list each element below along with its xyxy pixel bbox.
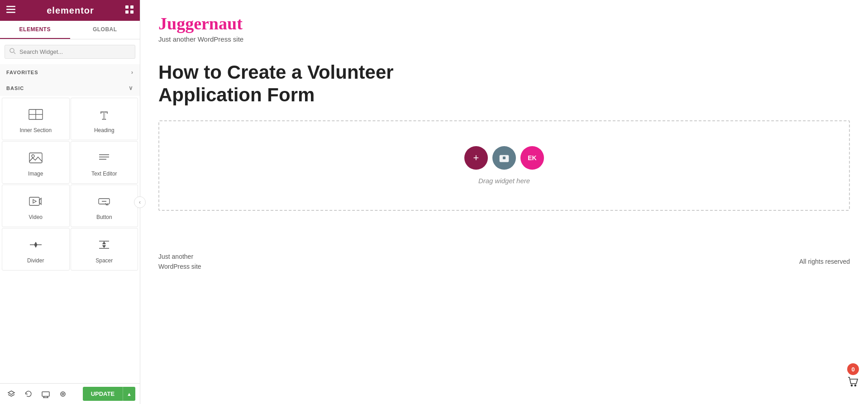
folder-button[interactable] bbox=[492, 146, 516, 170]
widget-inner-section[interactable]: Inner Section bbox=[2, 98, 70, 140]
left-panel: elementor ELEMENTS GLOBAL FAVORITES › BA… bbox=[0, 0, 140, 404]
video-label: Video bbox=[29, 214, 43, 220]
svg-point-42 bbox=[851, 385, 853, 386]
drag-widget-text: Drag widget here bbox=[478, 177, 530, 185]
svg-line-8 bbox=[14, 52, 16, 54]
svg-point-14 bbox=[32, 155, 34, 157]
hamburger-icon[interactable] bbox=[6, 6, 15, 15]
section-basic[interactable]: BASIC ∨ bbox=[0, 80, 140, 96]
svg-rect-41 bbox=[503, 157, 506, 159]
svg-rect-3 bbox=[125, 5, 129, 9]
elementor-logo: elementor bbox=[47, 5, 94, 16]
button-icon bbox=[96, 193, 112, 209]
cart-badge[interactable]: 0 bbox=[847, 363, 859, 390]
search-input[interactable] bbox=[19, 48, 130, 55]
svg-point-7 bbox=[10, 48, 14, 52]
inner-section-icon bbox=[28, 106, 44, 123]
cart-icon[interactable] bbox=[847, 376, 859, 390]
search-input-wrapper bbox=[5, 45, 135, 59]
section-favorites[interactable]: FAVORITES › bbox=[0, 64, 140, 80]
svg-rect-0 bbox=[6, 6, 15, 7]
video-icon bbox=[28, 193, 44, 209]
divider-icon bbox=[28, 237, 44, 253]
search-icon bbox=[10, 48, 16, 56]
grid-icon[interactable] bbox=[125, 5, 134, 16]
site-footer: Just another WordPress site All rights r… bbox=[140, 238, 868, 285]
svg-point-43 bbox=[855, 385, 856, 386]
svg-marker-25 bbox=[34, 242, 37, 245]
panel-tabs: ELEMENTS GLOBAL bbox=[0, 21, 140, 39]
widget-heading[interactable]: T Heading bbox=[71, 98, 138, 140]
responsive-icon-btn[interactable] bbox=[39, 387, 52, 401]
update-group: UPDATE ▲ bbox=[83, 387, 135, 401]
widget-button[interactable]: Button bbox=[71, 185, 138, 227]
svg-marker-20 bbox=[33, 200, 36, 203]
cart-count: 0 bbox=[847, 363, 859, 375]
svg-rect-2 bbox=[6, 12, 15, 13]
panel-scroll: FAVORITES › BASIC ∨ Inner Section bbox=[0, 64, 140, 404]
svg-rect-4 bbox=[130, 5, 134, 9]
svg-rect-1 bbox=[6, 9, 15, 10]
widget-video[interactable]: Video bbox=[2, 185, 70, 227]
bottom-toolbar: UPDATE ▲ bbox=[0, 383, 140, 404]
update-arrow-button[interactable]: ▲ bbox=[123, 387, 135, 401]
svg-point-38 bbox=[62, 393, 64, 395]
drop-zone[interactable]: + EK Drag widget here bbox=[158, 120, 850, 211]
widget-divider[interactable]: Divider bbox=[2, 228, 70, 271]
svg-marker-32 bbox=[8, 391, 14, 394]
svg-rect-5 bbox=[125, 10, 129, 14]
search-container bbox=[0, 39, 140, 64]
site-logo: Juggernaut bbox=[158, 14, 850, 33]
divider-label: Divider bbox=[27, 257, 44, 264]
basic-chevron: ∨ bbox=[129, 85, 134, 91]
text-editor-icon bbox=[96, 150, 112, 166]
spacer-icon bbox=[96, 237, 112, 253]
svg-rect-33 bbox=[42, 392, 49, 396]
site-preview: Juggernaut Just another WordPress site H… bbox=[140, 0, 868, 404]
tab-elements[interactable]: ELEMENTS bbox=[0, 21, 70, 39]
collapse-panel-button[interactable]: ‹ bbox=[134, 196, 146, 208]
main-area: Juggernaut Just another WordPress site H… bbox=[140, 0, 868, 404]
panel-header: elementor bbox=[0, 0, 140, 21]
favorites-chevron: › bbox=[131, 69, 134, 76]
svg-rect-13 bbox=[29, 153, 42, 163]
history-icon-btn[interactable] bbox=[22, 387, 35, 401]
page-title: How to Create a Volunteer Application Fo… bbox=[140, 52, 484, 120]
button-label: Button bbox=[96, 214, 112, 220]
footer-left: Just another WordPress site bbox=[158, 252, 201, 272]
svg-marker-31 bbox=[103, 246, 105, 247]
footer-right: All rights reserved bbox=[799, 258, 850, 265]
widget-text-editor[interactable]: Text Editor bbox=[71, 141, 138, 184]
ek-button[interactable]: EK bbox=[520, 146, 544, 170]
svg-text:T: T bbox=[100, 109, 108, 122]
svg-marker-26 bbox=[34, 245, 37, 247]
svg-point-37 bbox=[61, 392, 65, 396]
widget-grid: Inner Section T Heading bbox=[0, 96, 140, 272]
site-tagline: Just another WordPress site bbox=[158, 35, 850, 43]
svg-rect-18 bbox=[29, 197, 39, 205]
add-widget-button[interactable]: + bbox=[464, 146, 488, 170]
widget-spacer[interactable]: Spacer bbox=[71, 228, 138, 271]
spacer-label: Spacer bbox=[95, 257, 113, 264]
image-icon bbox=[28, 150, 44, 166]
drop-buttons: + EK bbox=[464, 146, 544, 170]
favorites-label: FAVORITES bbox=[6, 70, 38, 75]
footer-left-line1: Just another bbox=[158, 252, 201, 261]
layers-icon-btn[interactable] bbox=[5, 387, 18, 401]
footer-left-line2: WordPress site bbox=[158, 261, 201, 271]
tab-global[interactable]: GLOBAL bbox=[70, 21, 140, 39]
svg-marker-30 bbox=[103, 242, 105, 244]
heading-label: Heading bbox=[94, 127, 114, 133]
image-label: Image bbox=[28, 171, 43, 177]
update-button[interactable]: UPDATE bbox=[83, 387, 123, 401]
preview-icon-btn[interactable] bbox=[56, 387, 70, 401]
basic-label: BASIC bbox=[6, 86, 24, 91]
heading-icon: T bbox=[96, 106, 112, 123]
site-header: Juggernaut Just another WordPress site bbox=[140, 0, 868, 52]
widget-image[interactable]: Image bbox=[2, 141, 70, 184]
svg-rect-6 bbox=[130, 10, 134, 14]
inner-section-label: Inner Section bbox=[19, 127, 52, 133]
text-editor-label: Text Editor bbox=[91, 171, 117, 177]
